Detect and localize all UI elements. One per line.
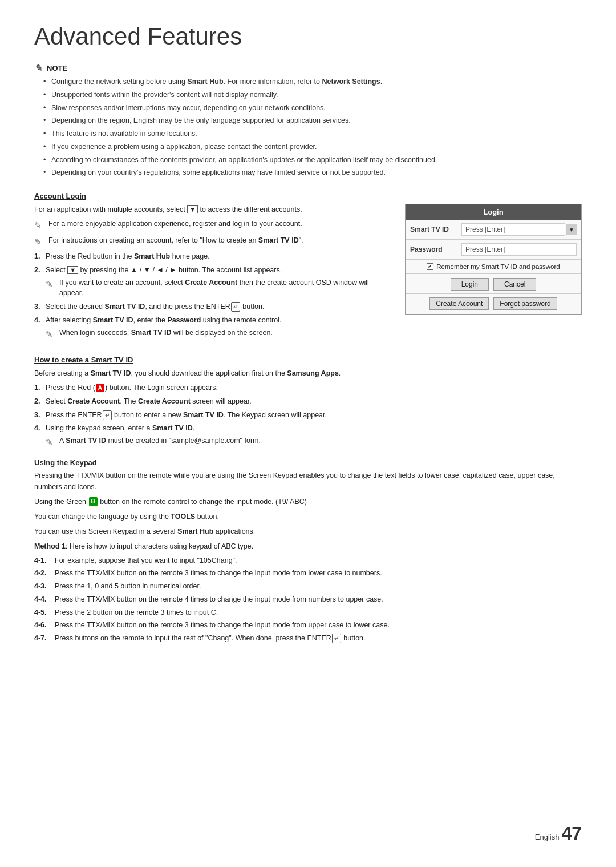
remember-label: Remember my Smart TV ID and password — [436, 263, 560, 270]
red-btn-icon: A — [96, 384, 104, 392]
step-2: 2. Select ▼ by pressing the ▲ / ▼ / ◄ / … — [34, 265, 391, 299]
note-section: ✎ NOTE Configure the network setting bef… — [34, 63, 582, 178]
using-keypad-section: Using the Keypad Pressing the TTX/MIX bu… — [34, 458, 582, 644]
enter-icon-2: ↵ — [103, 410, 112, 420]
note-list: Configure the network setting before usi… — [34, 76, 582, 178]
password-label: Password — [410, 245, 461, 253]
step2-sub-icon: ✎ — [46, 278, 57, 291]
footer: English 47 — [535, 823, 582, 844]
remember-row: ✔ Remember my Smart TV ID and password — [406, 260, 581, 274]
note-item: Slow responses and/or interruptions may … — [43, 103, 582, 114]
login-box: Login Smart TV ID ▼ Password ✔ Remember … — [405, 204, 582, 315]
smart-tv-id-row: Smart TV ID ▼ — [406, 220, 581, 240]
htc-step-3: 3. Press the ENTER↵ button to enter a ne… — [34, 410, 582, 421]
enter-icon-keypad: ↵ — [332, 634, 341, 643]
create-account-button[interactable]: Create Account — [429, 297, 489, 310]
keypad-substep: 4-1.For example, suppose that you want t… — [34, 555, 582, 566]
login-box-container: Login Smart TV ID ▼ Password ✔ Remember … — [405, 204, 582, 345]
tip2-icon: ✎ — [34, 236, 46, 249]
keypad-substep: 4-4.Press the TTX/MIX button on the remo… — [34, 594, 582, 605]
step4-sub: ✎ When login succeeds, Smart TV ID will … — [34, 328, 281, 341]
note-item: Unsupported fonts within the provider's … — [43, 90, 582, 100]
htc-step4-sub: ✎ A Smart TV ID must be created in "samp… — [34, 435, 261, 449]
note-item: According to circumstances of the conten… — [43, 155, 582, 166]
htc-step4-sub-icon: ✎ — [46, 436, 57, 449]
footer-language: English — [535, 833, 560, 841]
method1-line: Method 1: Here is how to input character… — [34, 541, 582, 552]
note-label: NOTE — [47, 64, 67, 72]
how-to-create-section: How to create a Smart TV ID Before creat… — [34, 356, 582, 449]
step-4: 4. After selecting Smart TV ID, enter th… — [34, 315, 391, 341]
smart-tv-id-label: Smart TV ID — [410, 225, 461, 233]
how-to-create-intro: Before creating a Smart TV ID, you shoul… — [34, 368, 582, 379]
green-btn-icon: B — [89, 497, 98, 506]
account-login-title: Account Login — [34, 192, 582, 200]
keypad-substep: 4-2.Press the TTX/MIX button on the remo… — [34, 568, 582, 579]
left-col: For an application with multiple account… — [34, 204, 391, 345]
keypad-substep: 4-5.Press the 2 button on the remote 3 t… — [34, 607, 582, 618]
htc-step-2: 2. Select Create Account. The Create Acc… — [34, 396, 582, 407]
note-item: Configure the network setting before usi… — [43, 76, 582, 87]
login-button[interactable]: Login — [451, 278, 489, 291]
enter-icon: ↵ — [231, 302, 240, 312]
step2-sub: ✎ If you want to create an account, sele… — [34, 277, 391, 299]
tip2: ✎ For instructions on creating an accoun… — [34, 235, 391, 249]
cancel-button[interactable]: Cancel — [493, 278, 536, 291]
tip1-icon: ✎ — [34, 219, 46, 232]
account-login-section: Account Login For an application with mu… — [34, 192, 582, 345]
password-row: Password — [406, 240, 581, 260]
page-title: Advanced Features — [34, 23, 582, 50]
keypad-para4: You can use this Screen Keypad in a seve… — [34, 526, 582, 537]
remember-checkbox[interactable]: ✔ — [427, 263, 433, 270]
smart-tv-id-dropdown[interactable]: ▼ — [566, 224, 577, 235]
smart-tv-id-input[interactable] — [461, 223, 565, 236]
how-to-create-steps: 1. Press the Red (A) button. The Login s… — [34, 382, 582, 449]
keypad-para2: Using the Green B button on the remote c… — [34, 496, 582, 507]
htc-step-4: 4. Using the keypad screen, enter a Smar… — [34, 423, 582, 449]
step4-sub-icon: ✎ — [46, 328, 57, 341]
keypad-substep: 4-7.Press buttons on the remote to input… — [34, 633, 582, 644]
step-1: 1. Press the Red button in the Smart Hub… — [34, 251, 391, 262]
note-item: Depending on your country's regulations,… — [43, 167, 582, 178]
step-3: 3. Select the desired Smart TV ID, and t… — [34, 301, 391, 312]
forgot-password-button[interactable]: Forgot password — [493, 297, 557, 310]
using-keypad-title: Using the Keypad — [34, 458, 582, 467]
note-item: This feature is not available in some lo… — [43, 128, 582, 139]
account-login-content: For an application with multiple account… — [34, 204, 582, 345]
note-icon: ✎ — [34, 63, 44, 73]
note-item: Depending on the region, English may be … — [43, 115, 582, 126]
note-header: ✎ NOTE — [34, 63, 582, 73]
tip2-text: For instructions on creating an account,… — [48, 235, 303, 246]
keypad-substeps: 4-1.For example, suppose that you want t… — [34, 555, 582, 644]
account-login-intro: For an application with multiple account… — [34, 204, 391, 215]
login-buttons-row2: Create Account Forgot password — [406, 294, 581, 314]
how-to-create-title: How to create a Smart TV ID — [34, 356, 582, 364]
account-login-steps: 1. Press the Red button in the Smart Hub… — [34, 251, 391, 341]
tip1: ✎ For a more enjoyable application exper… — [34, 219, 391, 232]
login-box-title: Login — [406, 204, 581, 220]
tip1-text: For a more enjoyable application experie… — [48, 219, 302, 229]
keypad-substep: 4-6.Press the TTX/MIX button on the remo… — [34, 620, 582, 631]
keypad-para3: You can change the language by using the… — [34, 511, 582, 522]
login-buttons-row: Login Cancel — [406, 274, 581, 294]
password-input[interactable] — [461, 243, 577, 256]
footer-page-number: 47 — [561, 823, 582, 844]
htc-step-1: 1. Press the Red (A) button. The Login s… — [34, 382, 582, 393]
keypad-para1: Pressing the TTX/MIX button on the remot… — [34, 470, 582, 493]
keypad-substep: 4-3.Press the 1, 0 and 5 button in numer… — [34, 581, 582, 592]
note-item: If you experience a problem using a appl… — [43, 142, 582, 152]
